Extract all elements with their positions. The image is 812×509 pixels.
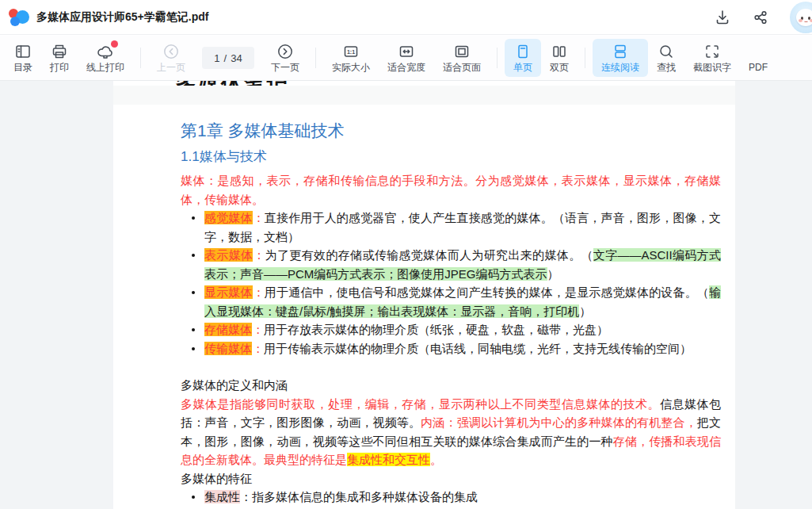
continuous-read-icon [612, 43, 629, 60]
prev-page-icon [162, 43, 180, 60]
toolbar-single-page-button[interactable]: 单页 [505, 39, 541, 77]
catalog-icon [14, 43, 32, 60]
share-icon [752, 9, 769, 26]
download-icon [714, 9, 731, 26]
doc-p: 多媒体的特征 [181, 469, 721, 488]
bullet-dot [192, 496, 195, 499]
toolbar-separator [585, 48, 585, 68]
pdf-convert-icon [749, 43, 767, 60]
toolbar-actual-size-button[interactable]: 1:1 实际大小 [323, 39, 379, 77]
toolbar-fit-width-button[interactable]: 适合宽度 [379, 39, 434, 77]
toolbar-prev-page-button[interactable]: 上一页 [148, 39, 194, 77]
printer-icon [51, 43, 68, 60]
bullet-dot [192, 216, 195, 220]
page-indicator[interactable]: 1 / 34 [202, 47, 254, 69]
toolbar-continuous-read-label: 连续阅读 [601, 63, 639, 73]
doc-bullet-item: 表示媒体：为了更有效的存储或传输感觉媒体而人为研究出来的媒体。（文字——ASCI… [181, 246, 721, 283]
toolbar-single-page-label: 单页 [513, 63, 532, 73]
share-button[interactable] [752, 9, 769, 26]
fit-width-icon [398, 43, 415, 60]
download-button[interactable] [714, 9, 731, 26]
doc-bullet-item: 感觉媒体：直接作用于人的感觉器官，使人产生直接感觉的媒体。（语言，声音，图形，图… [181, 209, 721, 246]
doc-cut-title: 多媒体笔记 [113, 81, 735, 105]
toolbar-next-page-label: 下一页 [271, 63, 299, 73]
next-page-icon [276, 43, 294, 60]
page-total: 34 [231, 52, 242, 64]
toolbar-separator [140, 48, 141, 68]
page-separator: / [224, 52, 227, 64]
toolbar-catalog-label: 目录 [13, 63, 32, 73]
toolbar-double-page-button[interactable]: 双页 [541, 39, 578, 77]
doc-h2: 1.1媒体与技术 [181, 147, 721, 166]
toolbar-fit-width-label: 适合宽度 [387, 63, 425, 73]
actual-size-icon: 1:1 [342, 43, 360, 60]
doc-h1: 第1章 多媒体基础技术 [181, 121, 721, 140]
titlebar: 多媒体应用设计师65+学霸笔记.pdf [0, 0, 812, 35]
doc-bullet-item: 存储媒体：用于存放表示媒体的物理介质（纸张，硬盘，软盘，磁带，光盘） [181, 320, 721, 339]
bullet-dot [192, 291, 195, 294]
toolbar-pdf-convert-label: PDF [749, 63, 768, 73]
single-page-icon [514, 43, 532, 60]
toolbar-continuous-read-button[interactable]: 连续阅读 [593, 39, 648, 77]
toolbar-find-label: 查找 [657, 63, 676, 73]
page-content: 多媒体笔记第1章 多媒体基础技术1.1媒体与技术媒体：是感知，表示，存储和传输信… [113, 81, 735, 507]
double-page-icon [551, 43, 568, 60]
bullet-dot [192, 347, 195, 350]
search-icon [658, 43, 675, 60]
toolbar: 目录 打印 线上打印 上一页 1 / 34 [0, 36, 812, 81]
toolbar-screenshot-ocr-button[interactable]: 截图识字 [684, 39, 740, 77]
toolbar-find-button[interactable]: 查找 [648, 39, 684, 77]
doc-p: 多媒体是指能够同时获取，处理，编辑，存储，显示两种以上不同类型信息媒体的技术。信… [181, 395, 721, 469]
toolbar-print-button[interactable]: 打印 [41, 39, 78, 77]
page-current: 1 [214, 52, 219, 64]
toolbar-next-page-button[interactable]: 下一页 [262, 39, 308, 77]
screenshot-ocr-icon [703, 43, 721, 60]
pdf-page: 多媒体笔记第1章 多媒体基础技术1.1媒体与技术媒体：是感知，表示，存储和传输信… [113, 81, 735, 509]
toolbar-fit-page-button[interactable]: 适合页面 [434, 39, 490, 77]
user-avatar[interactable] [790, 2, 812, 33]
toolbar-catalog-button[interactable]: 目录 [5, 39, 41, 77]
pdf-viewer-canvas[interactable]: 多媒体笔记第1章 多媒体基础技术1.1媒体与技术媒体：是感知，表示，存储和传输信… [0, 81, 812, 509]
bullet-dot [192, 328, 195, 331]
app-logo-icon [8, 7, 30, 28]
fit-page-icon [453, 43, 471, 60]
doc-bullet-item: 集成性：指多媒体信息的集成和多种媒体设备的集成 [181, 488, 721, 507]
svg-text:1:1: 1:1 [347, 49, 355, 55]
document-title: 多媒体应用设计师65+学霸笔记.pdf [36, 10, 208, 25]
toolbar-separator [497, 48, 497, 68]
toolbar-online-print-button[interactable]: 线上打印 [78, 39, 133, 77]
bullet-dot [192, 254, 195, 257]
toolbar-double-page-label: 双页 [550, 63, 569, 73]
toolbar-actual-size-label: 实际大小 [332, 63, 370, 73]
toolbar-prev-page-label: 上一页 [157, 63, 185, 73]
toolbar-screenshot-ocr-label: 截图识字 [693, 63, 731, 73]
notification-badge [111, 40, 118, 48]
toolbar-print-label: 打印 [50, 63, 69, 73]
toolbar-online-print-label: 线上打印 [86, 63, 124, 73]
doc-p: 多媒体的定义和内涵 [181, 376, 721, 395]
toolbar-pdf-convert-button[interactable]: PDF [740, 39, 776, 77]
cloud-print-icon [97, 43, 114, 60]
doc-bullet-item: 显示媒体：用于通信中，使电信号和感觉媒体之间产生转换的媒体，是显示感觉媒体的设备… [181, 283, 721, 320]
titlebar-actions [714, 2, 812, 33]
doc-p: 媒体：是感知，表示，存储和传输信息的手段和方法。分为感觉媒体，表示媒体，显示媒体… [181, 171, 721, 209]
doc-bullet-item: 传输媒体：用于传输表示媒体的物理介质（电话线，同轴电缆，光纤，支持无线传输的空间… [181, 339, 721, 358]
toolbar-separator [315, 48, 316, 68]
toolbar-fit-page-label: 适合页面 [443, 63, 481, 73]
